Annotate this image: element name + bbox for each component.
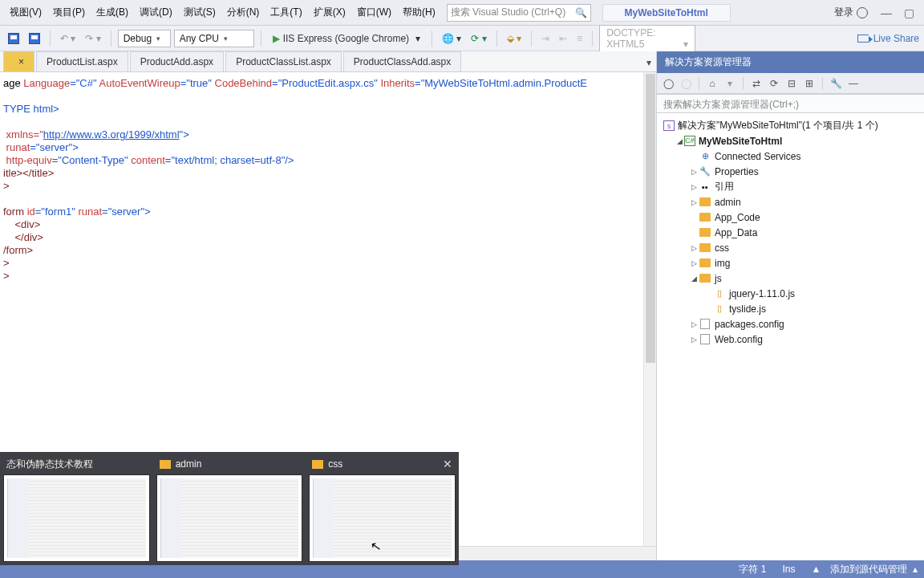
toolbar-btn-2[interactable]: ⇥ bbox=[538, 31, 553, 47]
status-source-control[interactable]: ▲ 添加到源代码管理 ▴ bbox=[811, 563, 918, 576]
toolbar-btn-3[interactable]: ⇤ bbox=[556, 31, 570, 47]
js-file-icon: ▯ bbox=[713, 303, 726, 315]
folder-icon bbox=[699, 228, 711, 237]
tree-img-folder[interactable]: ▷img bbox=[657, 255, 924, 271]
maximize-button[interactable]: ▢ bbox=[898, 6, 919, 19]
collapse-all-icon[interactable]: ⊟ bbox=[785, 77, 798, 90]
solution-search-input[interactable]: 搜索解决方案资源管理器(Ctrl+;) bbox=[657, 94, 924, 113]
solution-explorer-panel: 解决方案资源管理器 ◯ ◯ ⌂ ▾ ⇄ ⟳ ⊟ ⊞ 🔧 — 搜索解决方案资源管理… bbox=[656, 51, 924, 560]
user-icon bbox=[857, 7, 868, 18]
menu-tools[interactable]: 工具(T) bbox=[265, 2, 306, 22]
platform-dropdown[interactable]: Any CPU▾ bbox=[174, 30, 254, 47]
save-all-button[interactable] bbox=[26, 31, 43, 47]
toolbar-btn-4[interactable]: ≡ bbox=[573, 31, 586, 47]
tab-close-icon[interactable]: × bbox=[18, 56, 24, 67]
tree-admin-folder[interactable]: ▷admin bbox=[657, 194, 924, 210]
taskbar-thumb-admin[interactable]: admin bbox=[156, 455, 303, 562]
menu-window[interactable]: 窗口(W) bbox=[352, 2, 396, 22]
solution-explorer-toolbar: ◯ ◯ ⌂ ▾ ⇄ ⟳ ⊟ ⊞ 🔧 — bbox=[657, 73, 924, 94]
tree-tyslide-file[interactable]: ▯tyslide.js bbox=[657, 301, 924, 316]
tab-productclasslist[interactable]: ProductClassList.aspx bbox=[225, 51, 342, 71]
document-tabs: × ProductList.aspx ProductAdd.aspx Produ… bbox=[0, 51, 656, 72]
browser-link-button[interactable]: 🌐 ▾ bbox=[439, 31, 464, 47]
tree-css-folder[interactable]: ▷css bbox=[657, 240, 924, 255]
js-file-icon: ▯ bbox=[713, 288, 726, 299]
menu-debug[interactable]: 调试(D) bbox=[135, 2, 177, 22]
run-button[interactable]: ▶IIS Express (Google Chrome)▾ bbox=[268, 31, 425, 46]
liveshare-button[interactable]: Live Share bbox=[873, 33, 919, 44]
toolbar-btn-1[interactable]: ⬙ ▾ bbox=[504, 31, 525, 47]
preview-icon[interactable]: — bbox=[847, 77, 860, 90]
menu-bar: 视图(V) 项目(P) 生成(B) 调试(D) 测试(S) 分析(N) 工具(T… bbox=[0, 0, 924, 26]
close-icon[interactable]: ✕ bbox=[443, 458, 452, 470]
editor-vertical-scrollbar[interactable] bbox=[643, 72, 656, 546]
csharp-project-icon: C# bbox=[684, 136, 695, 146]
tab-productlist[interactable]: ProductList.aspx bbox=[36, 51, 128, 71]
solution-explorer-title: 解决方案资源管理器 bbox=[657, 51, 924, 73]
tab-current[interactable]: × bbox=[3, 51, 34, 71]
menu-project[interactable]: 项目(P) bbox=[48, 2, 90, 22]
tab-productadd[interactable]: ProductAdd.aspx bbox=[130, 51, 224, 71]
home-icon[interactable]: ⌂ bbox=[706, 77, 719, 90]
tree-connected-services[interactable]: ⊕Connected Services bbox=[657, 149, 924, 164]
tree-properties[interactable]: ▷🔧Properties bbox=[657, 164, 924, 179]
connected-services-icon: ⊕ bbox=[699, 151, 711, 162]
tree-web-config[interactable]: ▷Web.config bbox=[657, 332, 924, 347]
tree-appdata-folder[interactable]: App_Data bbox=[657, 225, 924, 240]
tree-solution[interactable]: s解决方案"MyWebSiteToHtml"(1 个项目/共 1 个) bbox=[657, 118, 924, 133]
tabs-overflow-button[interactable]: ▾ bbox=[642, 54, 656, 71]
properties-icon[interactable]: 🔧 bbox=[829, 77, 842, 90]
nav-fwd-icon[interactable]: ◯ bbox=[679, 77, 692, 90]
taskbar-thumb-css[interactable]: css✕ bbox=[309, 455, 456, 562]
references-icon: ▪▪ bbox=[699, 181, 711, 193]
undo-button[interactable]: ↶ ▾ bbox=[57, 31, 79, 47]
folder-icon bbox=[699, 213, 711, 222]
folder-icon bbox=[312, 460, 323, 469]
doctype-dropdown[interactable]: DOCTYPE: XHTML5 ▾ bbox=[599, 25, 695, 52]
status-ins: Ins bbox=[782, 564, 795, 575]
folder-icon bbox=[699, 258, 711, 267]
taskbar-thumb-1[interactable]: 态和伪静态技术教程 bbox=[3, 455, 150, 562]
tree-packages-config[interactable]: ▷packages.config bbox=[657, 316, 924, 332]
project-name-display[interactable]: MyWebSiteToHtml bbox=[602, 4, 731, 22]
save-all-icon bbox=[29, 33, 40, 44]
sync-icon[interactable]: ⇄ bbox=[750, 77, 763, 90]
save-icon bbox=[8, 33, 19, 44]
refresh-button[interactable]: ⟳ ▾ bbox=[468, 31, 489, 47]
tree-project[interactable]: ◢C#MyWebSiteToHtml bbox=[657, 133, 924, 149]
save-button[interactable] bbox=[5, 31, 22, 47]
main-toolbar: ↶ ▾ ↷ ▾ Debug▾ Any CPU▾ ▶IIS Express (Go… bbox=[0, 26, 924, 51]
folder-icon bbox=[699, 197, 711, 206]
tree-appcode-folder[interactable]: App_Code bbox=[657, 210, 924, 225]
show-all-icon[interactable]: ⊞ bbox=[803, 77, 816, 90]
folder-icon bbox=[699, 243, 711, 252]
search-placeholder: 搜索 Visual Studio (Ctrl+Q) bbox=[451, 6, 566, 19]
play-icon: ▶ bbox=[273, 33, 280, 44]
refresh-tree-icon[interactable]: ⟳ bbox=[768, 77, 780, 90]
tab-productclassadd[interactable]: ProductClassAdd.aspx bbox=[343, 51, 461, 71]
config-file-icon bbox=[699, 334, 711, 345]
menu-help[interactable]: 帮助(H) bbox=[398, 2, 440, 22]
live-share-icon[interactable]: ▾ bbox=[723, 77, 736, 90]
quick-search-input[interactable]: 搜索 Visual Studio (Ctrl+Q) 🔍 bbox=[447, 4, 591, 22]
status-char: 字符 1 bbox=[739, 563, 766, 576]
solution-icon: s bbox=[663, 120, 675, 131]
sign-in-button[interactable]: 登录 bbox=[828, 2, 874, 22]
folder-icon bbox=[160, 460, 171, 469]
redo-button[interactable]: ↷ ▾ bbox=[82, 31, 103, 47]
configuration-dropdown[interactable]: Debug▾ bbox=[118, 30, 171, 47]
tree-references[interactable]: ▷▪▪引用 bbox=[657, 179, 924, 194]
menu-extensions[interactable]: 扩展(X) bbox=[309, 2, 351, 22]
nav-back-icon[interactable]: ◯ bbox=[662, 77, 675, 90]
menu-view[interactable]: 视图(V) bbox=[5, 2, 47, 22]
liveshare-icon bbox=[857, 35, 869, 43]
tree-js-folder[interactable]: ◢js bbox=[657, 271, 924, 286]
menu-build[interactable]: 生成(B) bbox=[91, 2, 133, 22]
solution-tree[interactable]: s解决方案"MyWebSiteToHtml"(1 个项目/共 1 个) ◢C#M… bbox=[657, 113, 924, 560]
taskbar-preview: 态和伪静态技术教程 admin css✕ bbox=[0, 452, 459, 565]
menu-analyze[interactable]: 分析(N) bbox=[222, 2, 265, 22]
search-icon: 🔍 bbox=[575, 7, 587, 18]
tree-jquery-file[interactable]: ▯jquery-1.11.0.js bbox=[657, 286, 924, 301]
menu-test[interactable]: 测试(S) bbox=[179, 2, 221, 22]
minimize-button[interactable]: — bbox=[876, 6, 897, 19]
